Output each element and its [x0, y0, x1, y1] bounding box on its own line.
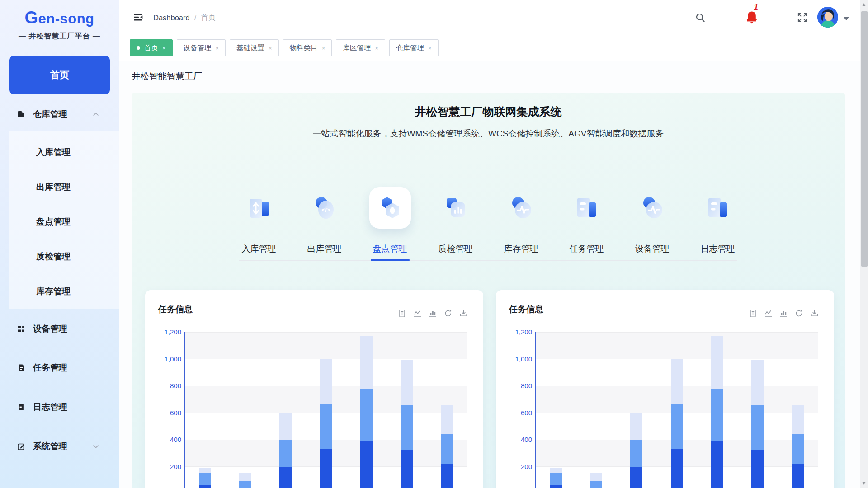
stacked-bar [630, 413, 642, 488]
sidebar-item-label: 任务管理 [33, 362, 67, 374]
y-axis-tick-label: 1,200 [153, 328, 181, 336]
module-item-5[interactable]: 任务管理 [564, 181, 609, 263]
sidebar-item-tasks[interactable]: 任务管理 [0, 357, 119, 379]
notifications-button[interactable] [744, 10, 760, 25]
tab-4[interactable]: 库区管理× [336, 39, 385, 56]
module-item-7[interactable]: 日志管理 [695, 181, 741, 263]
y-axis-tick-label: 400 [504, 436, 532, 443]
bar-chart-icon[interactable] [429, 309, 437, 318]
bar-segment [320, 359, 332, 404]
module-item-0[interactable]: 入库管理 [236, 181, 282, 263]
search-icon [695, 12, 706, 23]
avatar[interactable] [817, 7, 838, 28]
logo-subtitle: — 井松智慧工厂平台 — [0, 32, 119, 41]
tab-close-icon[interactable]: × [375, 45, 378, 52]
sidebar-item-logs[interactable]: 日志管理 [0, 396, 119, 418]
system-edit-icon [17, 442, 25, 450]
sidebar-item-warehouse[interactable]: 仓库管理 [0, 103, 119, 125]
fullscreen-button[interactable] [795, 10, 810, 25]
bar-segment [671, 449, 683, 488]
bar-chart-icon[interactable] [779, 309, 788, 318]
y-axis-tick-label: 200 [504, 463, 532, 470]
bar-segment [239, 481, 251, 488]
module-row-divider [239, 260, 737, 261]
task-info-card-left: 任务信息 1,2001,000800600400200 [145, 290, 483, 488]
bar-segment [792, 464, 804, 488]
search-button[interactable] [693, 10, 708, 25]
task-doc-icon [17, 364, 25, 372]
page-scrollbar[interactable] [860, 0, 868, 488]
task-info-card-right: 任务信息 1,2001,000800600400200 [496, 290, 834, 488]
dashboard-hero-panel: 井松智慧工厂物联网集成系统 一站式智能化服务，支持WMS仓储管理系统、WCS仓储… [132, 93, 845, 488]
sidebar-item-label: 仓库管理 [33, 108, 67, 120]
breadcrumb-current: 首页 [201, 13, 216, 23]
stacked-bar [751, 360, 764, 488]
scrollbar-thumb[interactable] [861, 11, 868, 267]
sidebar-subitem-2[interactable]: 盘点管理 [0, 211, 119, 233]
line-chart-icon[interactable] [764, 309, 773, 318]
breadcrumb-root[interactable]: Dashboard [153, 14, 190, 22]
tab-close-icon[interactable]: × [162, 45, 166, 52]
bar-segment [671, 359, 683, 404]
tab-close-icon[interactable]: × [428, 45, 432, 52]
module-label: 日志管理 [701, 243, 735, 255]
data-view-icon[interactable] [398, 309, 406, 318]
module-label: 库存管理 [504, 243, 538, 255]
fullscreen-icon [797, 12, 808, 23]
bar-segment [711, 336, 723, 389]
module-item-4[interactable]: 库存管理 [499, 181, 544, 263]
tab-close-icon[interactable]: × [269, 45, 272, 52]
stacked-bar [401, 360, 413, 488]
bar-segment [550, 468, 562, 472]
scrollbar-down-arrow-icon[interactable] [862, 482, 866, 485]
bar-segment [792, 405, 804, 434]
tab-1[interactable]: 设备管理× [177, 39, 226, 56]
bar-segment [279, 413, 292, 440]
stacked-bar [550, 468, 562, 488]
module-item-1[interactable]: </>出库管理 [302, 181, 347, 263]
stacked-bar [792, 405, 804, 488]
data-view-icon[interactable] [749, 309, 757, 318]
app-window: Gen-song — 井松智慧工厂平台 — 首页 仓库管理 入库管理出库管理盘点… [0, 0, 868, 488]
tab-close-icon[interactable]: × [216, 45, 219, 52]
module-item-3[interactable]: 质检管理 [433, 181, 478, 263]
download-icon[interactable] [810, 309, 819, 318]
sidebar-subitem-1[interactable]: 出库管理 [0, 176, 119, 198]
sidebar-subitem-0[interactable]: 入库管理 [0, 141, 119, 163]
scrollbar-up-arrow-icon[interactable] [862, 3, 866, 6]
y-axis-tick-label: 400 [153, 436, 181, 443]
stacked-bar [671, 359, 683, 488]
chevron-down-icon [93, 445, 99, 449]
tab-label: 基础设置 [236, 43, 264, 53]
tab-2[interactable]: 基础设置× [230, 39, 279, 56]
log-icon [697, 187, 739, 229]
bar-segment [279, 440, 292, 467]
bar-segment [630, 413, 642, 440]
sidebar-item-system[interactable]: 系统管理 [0, 436, 119, 457]
stacked-bar [320, 359, 332, 488]
bar-segment [279, 467, 292, 488]
module-label: 入库管理 [242, 243, 276, 255]
refresh-icon[interactable] [444, 309, 453, 318]
module-item-2[interactable]: 盘点管理 [368, 181, 413, 263]
tab-close-icon[interactable]: × [322, 45, 326, 52]
sidebar-subitem-3[interactable]: 质检管理 [0, 246, 119, 267]
download-icon[interactable] [459, 309, 468, 318]
avatar-dropdown-caret-icon[interactable] [844, 17, 849, 20]
inventory-icon [500, 187, 542, 229]
bar-segment [550, 473, 562, 485]
module-item-6[interactable]: 设备管理 [630, 181, 675, 263]
tab-3[interactable]: 物料类目× [283, 39, 332, 56]
sidebar-collapse-icon[interactable] [133, 12, 143, 22]
refresh-icon[interactable] [795, 309, 803, 318]
sidebar-subitem-4[interactable]: 库存管理 [0, 281, 119, 302]
bar-segment [630, 467, 642, 488]
tab-5[interactable]: 仓库管理× [389, 39, 439, 56]
bar-segment [199, 473, 211, 485]
tab-0[interactable]: 首页× [130, 39, 173, 56]
stacked-bar [711, 336, 723, 488]
sidebar-item-home[interactable]: 首页 [9, 56, 110, 94]
logo-text: Gen-song [0, 8, 119, 28]
line-chart-icon[interactable] [413, 309, 422, 318]
sidebar-item-equipment[interactable]: 设备管理 [0, 318, 119, 340]
